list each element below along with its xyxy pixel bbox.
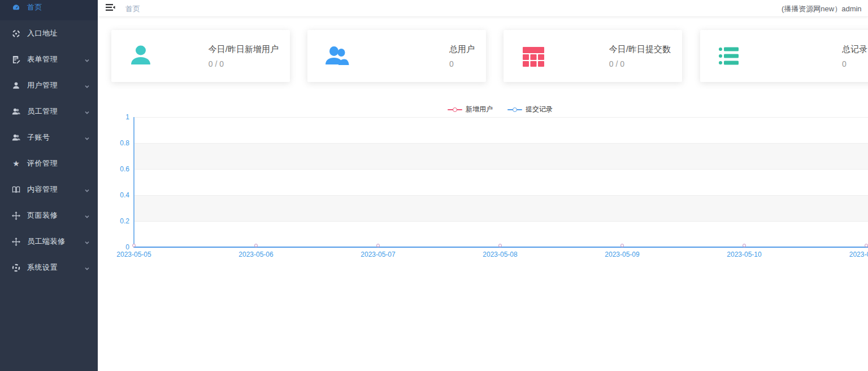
chevron-down-icon [84, 83, 90, 88]
data-point [620, 244, 624, 247]
sidebar-item-label: 首页 [27, 2, 90, 12]
chevron-down-icon [84, 187, 90, 192]
legend-marker-new-users [448, 109, 462, 110]
x-tick-label: 2023-05-05 [108, 251, 159, 258]
y-tick-label: 0.4 [107, 191, 129, 199]
stat-card-total-users: 总用户 0 [307, 30, 486, 82]
user-account-label[interactable]: (播播资源网new）admin [782, 4, 862, 14]
x-tick-label: 2023-05-10 [719, 251, 770, 258]
chevron-down-icon [84, 57, 90, 62]
data-point [743, 244, 746, 247]
sidebar-menu: 首页 入口地址 表单管理 用户管理 员工管理 [0, 0, 98, 281]
person-icon [129, 44, 154, 68]
data-point [498, 244, 502, 247]
stat-card-value: 0 / 0 [209, 59, 279, 68]
stat-card-value: 0 [842, 59, 867, 68]
chevron-down-icon [84, 239, 90, 244]
sidebar-item-form-management[interactable]: 表单管理 [0, 46, 98, 72]
sidebar-item-user-management[interactable]: 用户管理 [0, 72, 98, 98]
sidebar-item-label: 子账号 [27, 132, 84, 143]
sidebar-item-system-settings[interactable]: 系统设置 [0, 254, 98, 281]
subaccount-users-icon [12, 133, 20, 142]
chevron-down-icon [84, 265, 90, 270]
legend-item-new-users[interactable]: 新增用户 [448, 105, 493, 114]
move-arrows-icon [12, 212, 20, 220]
y-tick-label: 0.2 [107, 217, 129, 225]
entry-address-icon [12, 29, 20, 38]
single-user-icon [12, 81, 20, 90]
list-icon [718, 44, 743, 68]
x-tick-label: 2023-05-11 [841, 251, 868, 258]
sidebar-item-staff-management[interactable]: 员工管理 [0, 98, 98, 124]
sidebar-item-label: 表单管理 [27, 54, 84, 64]
stat-card-value: 0 / 0 [609, 59, 671, 68]
x-tick-label: 2023-05-07 [353, 251, 403, 258]
sidebar-item-staff-decoration[interactable]: 员工端装修 [0, 228, 98, 254]
sidebar-item-review-management[interactable]: ★ 评价管理 [0, 150, 98, 176]
legend-marker-submit-records [507, 109, 522, 110]
sidebar-item-label: 页面装修 [27, 210, 84, 221]
star-icon: ★ [12, 159, 20, 168]
table-icon [521, 44, 546, 68]
book-icon [12, 186, 20, 194]
top-header: 首页 (播播资源网new）admin [98, 0, 868, 17]
form-icon [12, 55, 20, 64]
staff-users-icon [12, 107, 20, 116]
stat-card-title: 今日/昨日新增用户 [209, 44, 279, 55]
sidebar: 首页 入口地址 表单管理 用户管理 员工管理 [0, 0, 98, 371]
legend-item-submit-records[interactable]: 提交记录 [507, 105, 553, 114]
y-tick-label: 0.8 [107, 139, 129, 147]
chevron-down-icon [84, 135, 90, 140]
stat-card-total-records: 总记录 0 [700, 30, 868, 82]
chart-legend: 新增用户 提交记录 [134, 105, 866, 114]
stat-card-title: 今日/昨日提交数 [609, 44, 671, 55]
chevron-down-icon [84, 109, 90, 114]
data-point [254, 244, 258, 247]
y-tick-label: 1 [107, 113, 129, 121]
sidebar-item-content-management[interactable]: 内容管理 [0, 176, 98, 202]
stat-card-new-users: 今日/昨日新增用户 0 / 0 [111, 30, 290, 82]
y-tick-label: 0 [107, 243, 129, 251]
y-tick-label: 0.6 [107, 165, 129, 173]
stat-card-title: 总记录 [842, 44, 867, 55]
data-point [865, 244, 868, 247]
sidebar-item-page-decoration[interactable]: 页面装修 [0, 202, 98, 228]
legend-label: 提交记录 [526, 105, 553, 114]
data-point [132, 244, 136, 247]
sidebar-item-label: 员工端装修 [27, 236, 84, 247]
chevron-down-icon [84, 213, 90, 218]
legend-label: 新增用户 [466, 105, 493, 114]
sidebar-fold-icon[interactable] [105, 3, 115, 12]
sidebar-item-label: 用户管理 [27, 80, 84, 90]
x-tick-label: 2023-05-06 [231, 251, 281, 258]
move-arrows-icon [12, 238, 20, 246]
stat-card-submissions: 今日/昨日提交数 0 / 0 [504, 30, 682, 82]
chart-plot-area [134, 117, 868, 247]
sidebar-item-label: 评价管理 [27, 158, 90, 169]
settings-icon [12, 264, 20, 272]
user-growth-chart: 新增用户 提交记录 1 0.8 0.6 0.4 0.2 0 2023-05-05… [98, 90, 868, 277]
sidebar-item-subaccount[interactable]: 子账号 [0, 124, 98, 150]
data-point [376, 244, 380, 247]
stat-card-value: 0 [449, 59, 475, 68]
x-tick-label: 2023-05-09 [597, 251, 648, 258]
sidebar-item-label: 入口地址 [27, 28, 90, 38]
stat-card-title: 总用户 [449, 44, 475, 55]
x-tick-label: 2023-05-08 [475, 251, 526, 258]
sidebar-item-home[interactable]: 首页 [0, 0, 98, 20]
sidebar-item-label: 内容管理 [27, 184, 84, 195]
y-axis-line [133, 117, 134, 248]
dashboard-icon [12, 3, 20, 12]
people-icon [325, 44, 350, 68]
sidebar-item-entry-address[interactable]: 入口地址 [0, 20, 98, 46]
sidebar-item-label: 系统设置 [27, 262, 84, 273]
sidebar-item-label: 员工管理 [27, 106, 84, 117]
breadcrumb[interactable]: 首页 [125, 4, 140, 14]
